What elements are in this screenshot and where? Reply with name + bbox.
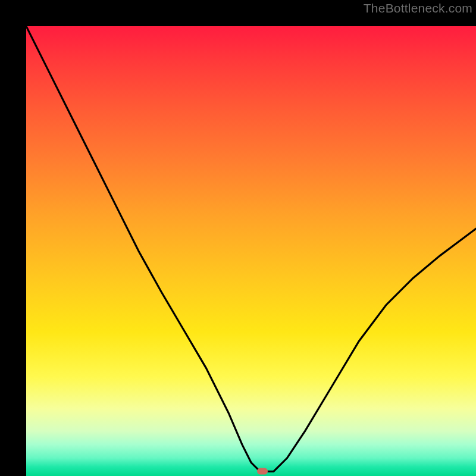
bottleneck-curve [26, 26, 476, 476]
watermark-text: TheBottleneck.com [364, 1, 472, 15]
plot-area [26, 26, 476, 476]
optimal-point-marker [257, 468, 268, 475]
chart-frame [0, 0, 476, 476]
